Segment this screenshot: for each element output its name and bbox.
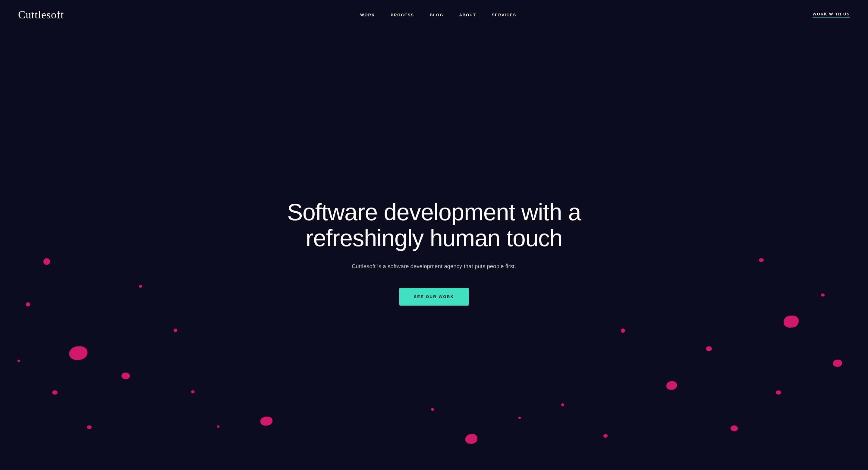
- blob: [706, 346, 712, 351]
- blob: [465, 434, 477, 444]
- see-our-work-button[interactable]: SEE OUR WORK: [399, 288, 468, 305]
- nav-link-services[interactable]: SERVICES: [492, 13, 517, 17]
- nav-item-services[interactable]: SERVICES: [492, 12, 517, 18]
- blob: [821, 294, 825, 297]
- nav-link-blog[interactable]: BLOG: [430, 13, 444, 17]
- nav-link-process[interactable]: PROCESS: [391, 13, 414, 17]
- hero-subtitle: Cuttlesoft is a software development age…: [352, 263, 516, 270]
- blob: [603, 434, 608, 438]
- blob: [621, 328, 625, 333]
- blob: [121, 373, 130, 379]
- nav-item-about[interactable]: ABOUT: [459, 12, 476, 18]
- blob: [26, 302, 30, 306]
- blob: [776, 390, 781, 394]
- blob: [43, 258, 50, 265]
- nav-links: WORK PROCESS BLOG ABOUT SERVICES: [360, 12, 516, 18]
- logo[interactable]: Cuttlesoft: [18, 8, 64, 21]
- blob: [431, 408, 434, 411]
- blob: [139, 285, 142, 288]
- blob: [69, 346, 87, 360]
- blob: [217, 425, 219, 428]
- blob: [174, 328, 177, 332]
- nav-item-work[interactable]: WORK: [360, 12, 375, 18]
- navbar: Cuttlesoft WORK PROCESS BLOG ABOUT SERVI…: [0, 0, 868, 30]
- hero-section: Software development with a refreshingly…: [0, 30, 868, 469]
- blob: [561, 403, 564, 406]
- nav-item-process[interactable]: PROCESS: [391, 12, 414, 18]
- blob: [759, 258, 764, 262]
- nav-work-with-us-link[interactable]: WORK WITH US: [812, 12, 850, 18]
- blob: [18, 360, 20, 362]
- nav-item-blog[interactable]: BLOG: [430, 12, 444, 18]
- nav-link-about[interactable]: ABOUT: [459, 13, 476, 17]
- blob: [191, 390, 195, 393]
- blob: [52, 390, 58, 394]
- blob: [87, 425, 92, 429]
- hero-title: Software development with a refreshingly…: [268, 199, 600, 251]
- blob: [731, 425, 738, 431]
- blob: [784, 316, 799, 328]
- nav-link-work[interactable]: WORK: [360, 13, 375, 17]
- blob: [833, 360, 842, 367]
- blob: [260, 417, 273, 425]
- blob: [518, 417, 521, 419]
- blob: [666, 381, 677, 390]
